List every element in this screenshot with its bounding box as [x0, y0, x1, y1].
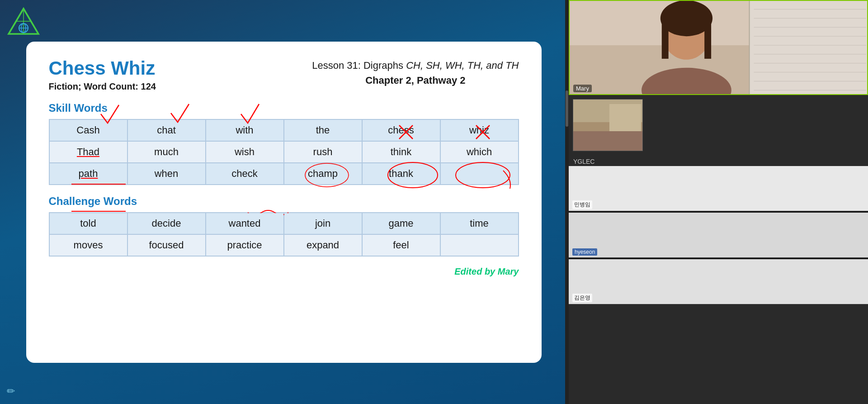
skill-word-check: check [206, 163, 284, 185]
participant-row-kimunyeong: 김은영 [569, 259, 868, 304]
skill-row-3: path when check champ thank [49, 163, 519, 185]
skill-word-whiz: whiz [440, 119, 519, 141]
challenge-word-feel: feel [362, 234, 440, 256]
mary-video-svg [570, 1, 867, 94]
challenge-word-moves: moves [49, 234, 127, 256]
challenge-row-2: moves focused practice expand feel [49, 234, 519, 256]
edited-by: Edited by Mary [49, 266, 519, 277]
kimunyeong-label: 김은영 [572, 294, 592, 302]
slide-subtitle: Fiction; Word Count: 124 [49, 81, 156, 92]
svg-rect-37 [573, 131, 643, 151]
skill-row-1: Cash chat with the chess whiz [49, 119, 519, 141]
challenge-word-join: join [284, 213, 362, 234]
mary-label: Mary [573, 85, 592, 92]
slide-title: Chess Whiz [49, 58, 156, 79]
yglec-label: YGLEC [569, 155, 868, 166]
participant-row-hyeseon: hyeseon [569, 213, 868, 258]
challenge-row-1: told decide wanted join game time [49, 213, 519, 234]
title-block: Chess Whiz Fiction; Word Count: 124 [49, 58, 156, 92]
svg-rect-32 [704, 23, 711, 59]
right-sidebar: Mary Gary YGLEC 민병임 hyeseon 김은영 [569, 0, 868, 404]
scroll-thumb[interactable] [566, 90, 568, 127]
challenge-word-decide: decide [127, 213, 206, 234]
skill-word-chat: chat [127, 119, 206, 141]
chapter-info: Chapter 2, Pathway 2 [312, 73, 519, 88]
lesson-line1: Lesson 31: Digraphs CH, SH, WH, TH, and … [312, 58, 519, 73]
challenge-word-focused: focused [127, 234, 206, 256]
svg-rect-31 [662, 23, 669, 59]
skill-word-rush: rush [284, 141, 362, 163]
slide-header: Chess Whiz Fiction; Word Count: 124 Less… [49, 58, 519, 92]
skill-words-header: Skill Words [49, 102, 519, 114]
lesson-info: Lesson 31: Digraphs CH, SH, WH, TH, and … [312, 58, 519, 88]
video-feed-mary: Mary [569, 0, 868, 95]
skill-word-thank: thank [362, 163, 440, 185]
participant-row-minbyeongim: 민병임 [569, 166, 868, 211]
logo [7, 7, 41, 36]
svg-rect-36 [609, 104, 641, 131]
skill-word-with: with [206, 119, 284, 141]
challenge-word-empty2 [440, 234, 519, 256]
slide-card: Chess Whiz Fiction; Word Count: 124 Less… [26, 42, 542, 363]
person-silhouette-mary [570, 1, 867, 94]
pencil-icon[interactable]: ✏ [7, 385, 15, 397]
presentation-area: Chess Whiz Fiction; Word Count: 124 Less… [0, 0, 567, 404]
skill-word-think: think [362, 141, 440, 163]
hyeseon-label: hyeseon [572, 248, 597, 256]
skill-word-the: the [284, 119, 362, 141]
skill-word-much: much [127, 141, 206, 163]
gary-video-svg [573, 100, 643, 151]
skill-word-champ: champ [284, 163, 362, 185]
second-video-row: Gary [569, 95, 868, 155]
skill-word-which: which [440, 141, 519, 163]
challenge-word-told: told [49, 213, 127, 234]
challenge-words-header: Challenge Words [49, 195, 519, 208]
challenge-word-game: game [362, 213, 440, 234]
minbyeongim-label: 민병임 [572, 200, 592, 209]
svg-rect-17 [750, 1, 867, 94]
challenge-word-time: time [440, 213, 519, 234]
video-feed-gary: Gary [573, 99, 643, 151]
skill-word-thad: Thad [49, 141, 127, 163]
skill-word-wish: wish [206, 141, 284, 163]
skill-row-2: Thad much wish rush think which [49, 141, 519, 163]
skill-words-table: Cash chat with the chess whiz Thad much … [49, 119, 519, 185]
skill-word-cash: Cash [49, 119, 127, 141]
challenge-word-wanted: wanted [206, 213, 284, 234]
challenge-word-practice: practice [206, 234, 284, 256]
skill-word-when: when [127, 163, 206, 185]
skill-word-chess: chess [362, 119, 440, 141]
challenge-word-expand: expand [284, 234, 362, 256]
challenge-words-table: told decide wanted join game time moves … [49, 212, 519, 257]
skill-word-path: path [49, 163, 127, 185]
scrollbar-divider [565, 0, 569, 404]
skill-word-empty1 [440, 163, 519, 185]
